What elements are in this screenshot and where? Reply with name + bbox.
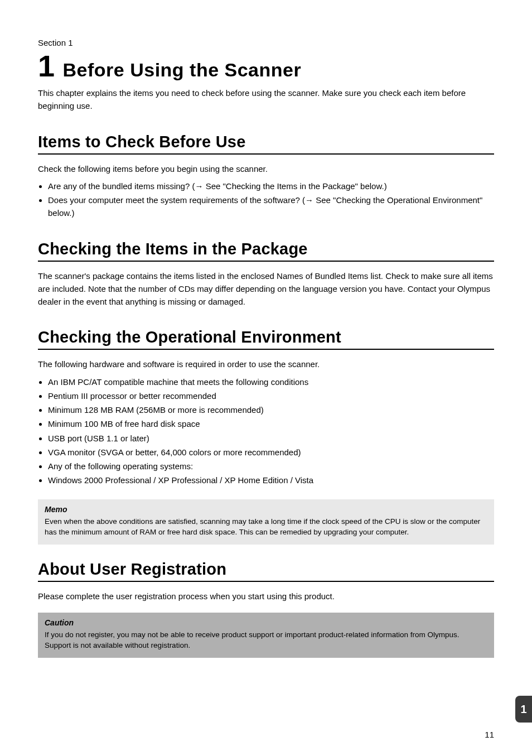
- list-item: Minimum 128 MB RAM (256MB or more is rec…: [48, 403, 494, 416]
- heading-user-registration: About User Registration: [38, 560, 494, 582]
- memo-box: Memo Even when the above conditions are …: [38, 499, 494, 545]
- items-to-check-body: Check the following items before you beg…: [38, 162, 494, 175]
- heading-items-to-check: Items to Check Before Use: [38, 133, 494, 155]
- chapter-line: 1 Before Using the Scanner: [38, 51, 494, 81]
- package-body: The scanner's package contains the items…: [38, 269, 494, 309]
- list-item: VGA monitor (SVGA or better, 64,000 colo…: [48, 446, 494, 459]
- user-registration-body: Please complete the user registration pr…: [38, 590, 494, 603]
- heading-operational-env: Checking the Operational Environment: [38, 328, 494, 350]
- items-to-check-list: Are any of the bundled items missing? (→…: [38, 180, 494, 220]
- list-item: Windows 2000 Professional / XP Professio…: [48, 474, 494, 487]
- list-item: Does your computer meet the system requi…: [48, 194, 494, 220]
- section-label: Section 1: [38, 38, 494, 47]
- caution-text: If you do not register, you may not be a…: [45, 629, 487, 651]
- operational-env-list: An IBM PC/AT compatible machine that mee…: [38, 375, 494, 487]
- caution-box: Caution If you do not register, you may …: [38, 613, 494, 658]
- chapter-intro: This chapter explains the items you need…: [38, 86, 494, 113]
- caution-label: Caution: [45, 618, 487, 627]
- memo-text: Even when the above conditions are satis…: [45, 516, 487, 538]
- side-tab: 1: [515, 696, 532, 723]
- list-item: An IBM PC/AT compatible machine that mee…: [48, 375, 494, 388]
- list-item: Minimum 100 MB of free hard disk space: [48, 417, 494, 430]
- chapter-title: Before Using the Scanner: [63, 59, 302, 81]
- list-item: Pentium III processor or better recommen…: [48, 389, 494, 402]
- memo-label: Memo: [45, 505, 487, 514]
- chapter-number: 1: [38, 51, 55, 81]
- list-item: Any of the following operating systems:: [48, 460, 494, 473]
- list-item: Are any of the bundled items missing? (→…: [48, 180, 494, 192]
- heading-package: Checking the Items in the Package: [38, 240, 494, 262]
- page-number: 11: [485, 730, 494, 739]
- list-item: USB port (USB 1.1 or later): [48, 432, 494, 445]
- operational-env-body: The following hardware and software is r…: [38, 358, 494, 370]
